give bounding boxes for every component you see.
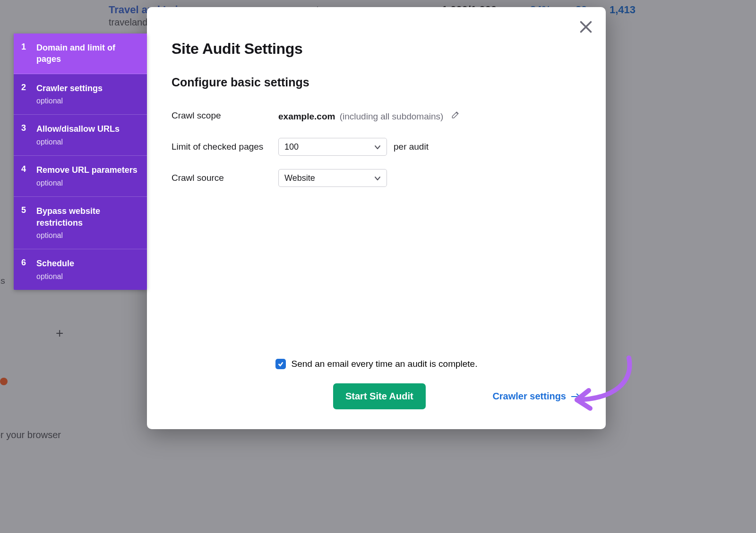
crawl-scope-domain: example.com [278, 111, 335, 121]
close-icon [577, 18, 594, 35]
step-optional: optional [36, 271, 74, 282]
email-notify-label: Send an email every time an audit is com… [292, 359, 478, 369]
modal-actions: Start Site Audit Crawler settings [172, 383, 581, 409]
step-label: Schedule [36, 259, 74, 268]
wizard-steps: 1 Domain and limit of pages 2 Crawler se… [14, 34, 147, 290]
wizard-step-bypass-restrictions[interactable]: 5 Bypass website restrictions optional [14, 197, 147, 249]
step-label: Bypass website restrictions [36, 206, 100, 227]
label-limit: Limit of checked pages [172, 142, 278, 152]
step-number: 1 [21, 42, 28, 65]
row-limit: Limit of checked pages 100 per audit [172, 136, 581, 157]
step-label: Remove URL parameters [36, 165, 137, 175]
wizard-step-schedule[interactable]: 6 Schedule optional [14, 249, 147, 290]
wizard-step-domain-limit[interactable]: 1 Domain and limit of pages [14, 34, 147, 74]
step-optional: optional [36, 178, 137, 188]
modal-footer: Send an email every time an audit is com… [172, 359, 581, 409]
row-crawl-scope: Crawl scope example.com (including all s… [172, 105, 581, 126]
step-number: 4 [21, 164, 28, 188]
step-number: 6 [21, 258, 28, 281]
step-number: 5 [21, 205, 28, 240]
step-label: Allow/disallow URLs [36, 124, 120, 134]
wizard-step-crawler-settings[interactable]: 2 Crawler settings optional [14, 74, 147, 115]
arrow-right-icon [571, 392, 581, 401]
label-crawl-scope: Crawl scope [172, 110, 278, 121]
start-site-audit-button[interactable]: Start Site Audit [333, 383, 426, 409]
modal-title: Site Audit Settings [172, 40, 581, 58]
step-number: 3 [21, 123, 28, 147]
step-label: Domain and limit of pages [36, 42, 138, 65]
settings-form: Crawl scope example.com (including all s… [172, 105, 581, 188]
email-notify-checkbox[interactable] [275, 359, 286, 369]
source-select-value: Website [284, 173, 315, 183]
source-select[interactable]: Website [278, 169, 387, 187]
step-label: Crawler settings [36, 84, 103, 93]
wizard-step-remove-url-params[interactable]: 4 Remove URL parameters optional [14, 156, 147, 197]
modal-subtitle: Configure basic settings [172, 76, 581, 89]
crawler-settings-link-label: Crawler settings [492, 391, 566, 402]
step-optional: optional [36, 137, 120, 147]
crawl-scope-note: (including all subdomains) [340, 111, 444, 121]
crawler-settings-link[interactable]: Crawler settings [492, 391, 581, 402]
check-icon [277, 361, 284, 367]
pencil-icon [451, 110, 460, 119]
per-audit-label: per audit [394, 142, 429, 152]
wizard-step-allow-disallow[interactable]: 3 Allow/disallow URLs optional [14, 115, 147, 156]
label-source: Crawl source [172, 173, 278, 183]
chevron-down-icon [374, 173, 381, 183]
chevron-down-icon [374, 142, 381, 152]
step-optional: optional [36, 96, 103, 106]
crawl-scope-value: example.com (including all subdomains) [278, 110, 460, 122]
limit-select-value: 100 [284, 142, 299, 152]
email-notify-row: Send an email every time an audit is com… [172, 359, 581, 369]
edit-crawl-scope-button[interactable] [451, 110, 460, 119]
step-number: 2 [21, 83, 28, 106]
row-source: Crawl source Website [172, 168, 581, 188]
limit-select[interactable]: 100 [278, 138, 387, 156]
site-audit-settings-modal: Site Audit Settings Configure basic sett… [147, 7, 606, 429]
step-optional: optional [36, 230, 138, 241]
close-button[interactable] [577, 18, 594, 35]
